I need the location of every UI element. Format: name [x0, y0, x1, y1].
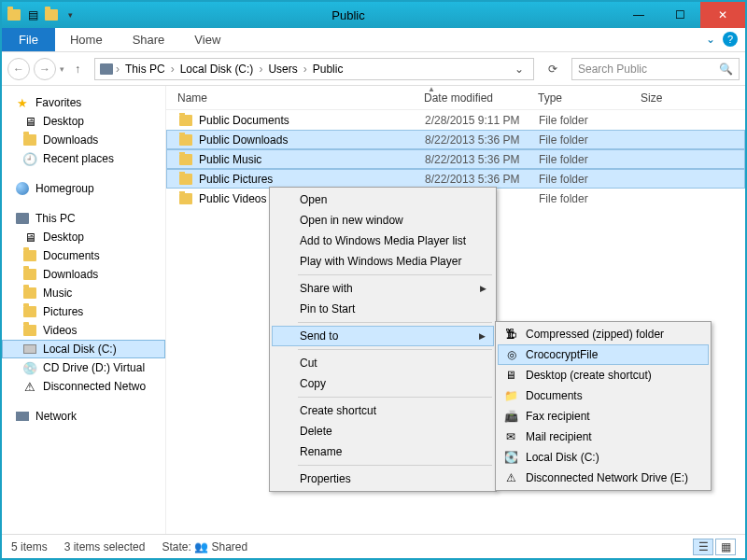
- sidebar-favorites[interactable]: ★Favorites: [2, 93, 165, 112]
- chevron-right-icon[interactable]: ›: [114, 63, 121, 76]
- sidebar-item-downloads[interactable]: Downloads: [2, 131, 165, 149]
- desktop-icon: 🖥: [22, 114, 37, 129]
- qat-dropdown-icon[interactable]: ▾: [62, 7, 78, 23]
- column-name[interactable]: Name: [166, 91, 413, 105]
- file-type: File folder: [528, 173, 630, 186]
- table-row[interactable]: Public Documents2/28/2015 9:11 PMFile fo…: [166, 110, 745, 130]
- table-row[interactable]: Public Pictures8/22/2013 5:36 PMFile fol…: [166, 169, 745, 189]
- menu-item[interactable]: 📁Documents: [498, 385, 709, 406]
- menu-item[interactable]: Add to Windows Media Player list: [272, 231, 494, 251]
- folder-icon: [178, 191, 193, 206]
- sidebar-item-localdisk-c[interactable]: Local Disk (C:): [2, 340, 165, 358]
- sidebar-item-desktop[interactable]: 🖥Desktop: [2, 228, 165, 246]
- disk-icon: 💽: [503, 450, 518, 465]
- menu-item[interactable]: Share with▶: [272, 278, 494, 299]
- file-name: Public Videos: [199, 192, 267, 205]
- column-size[interactable]: Size: [629, 91, 745, 105]
- table-row[interactable]: Public Music8/22/2013 5:36 PMFile folder: [166, 149, 745, 169]
- menu-item[interactable]: 💽Local Disk (C:): [498, 447, 709, 468]
- tab-view[interactable]: View: [179, 28, 235, 51]
- menu-item[interactable]: 🗜Compressed (zipped) folder: [498, 324, 709, 344]
- qat-newfolder-icon[interactable]: [43, 7, 60, 23]
- sidebar-item-netdrive[interactable]: ⚠Disconnected Netwo: [2, 377, 165, 396]
- breadcrumb-seg[interactable]: This PC: [121, 63, 169, 76]
- sidebar-item-documents[interactable]: Documents: [2, 246, 165, 265]
- sidebar-item-cddrive[interactable]: 💿CD Drive (D:) Virtual: [2, 358, 165, 377]
- menu-item[interactable]: Rename: [272, 441, 494, 462]
- file-date: 2/28/2015 9:11 PM: [414, 114, 528, 127]
- chevron-right-icon[interactable]: ›: [302, 63, 309, 76]
- qat-properties-icon[interactable]: ▤: [24, 7, 41, 23]
- menu-item[interactable]: 📠Fax recipient: [498, 406, 709, 427]
- quick-access-toolbar: ▤ ▾: [2, 7, 78, 23]
- menu-item[interactable]: Copy: [272, 373, 494, 394]
- back-button[interactable]: ←: [7, 58, 30, 80]
- folder-icon: 📁: [503, 388, 518, 403]
- folder-icon: [178, 152, 193, 167]
- sidebar-homegroup[interactable]: Homegroup: [2, 179, 165, 198]
- menu-item[interactable]: Pin to Start: [272, 299, 494, 319]
- breadcrumb[interactable]: › This PC › Local Disk (C:) › Users › Pu…: [94, 58, 534, 80]
- sidebar-item-desktop[interactable]: 🖥Desktop: [2, 112, 165, 131]
- menu-item[interactable]: Open in new window: [272, 210, 494, 231]
- sidebar-item-videos[interactable]: Videos: [2, 321, 165, 340]
- menu-item[interactable]: Delete: [272, 421, 494, 441]
- minimize-button[interactable]: —: [618, 2, 659, 28]
- homegroup-icon: [15, 181, 30, 196]
- menu-item[interactable]: Properties: [272, 469, 494, 489]
- croc-icon: ◎: [504, 347, 519, 362]
- menu-item[interactable]: Send to▶: [272, 326, 494, 346]
- menu-item[interactable]: Play with Windows Media Player: [272, 251, 494, 272]
- search-placeholder: Search Public: [578, 63, 647, 76]
- sidebar-item-pictures[interactable]: Pictures: [2, 302, 165, 321]
- star-icon: ★: [15, 95, 30, 110]
- sidebar-item-downloads[interactable]: Downloads: [2, 265, 165, 284]
- menu-item[interactable]: ⚠Disconnected Network Drive (E:): [498, 468, 709, 488]
- breadcrumb-dropdown-icon[interactable]: ⌄: [509, 63, 529, 76]
- sidebar-item-recent[interactable]: 🕘Recent places: [2, 149, 165, 168]
- breadcrumb-seg[interactable]: Users: [264, 63, 301, 76]
- view-icons-button[interactable]: ▦: [715, 539, 736, 555]
- status-item-count: 5 items: [11, 540, 48, 553]
- menu-item[interactable]: Open: [272, 189, 494, 210]
- chevron-right-icon: ▶: [480, 284, 486, 293]
- up-button[interactable]: ↑: [68, 60, 87, 78]
- history-dropdown-icon[interactable]: ▾: [60, 64, 64, 74]
- help-icon[interactable]: ?: [723, 32, 738, 47]
- chevron-right-icon[interactable]: ›: [169, 63, 176, 76]
- menu-item[interactable]: 🖥Desktop (create shortcut): [498, 365, 709, 385]
- desktop-icon: 🖥: [503, 368, 518, 383]
- cd-icon: 💿: [22, 360, 37, 375]
- table-row[interactable]: Public Downloads8/22/2013 5:36 PMFile fo…: [166, 130, 745, 149]
- forward-button[interactable]: →: [34, 58, 56, 80]
- file-name: Public Pictures: [199, 173, 273, 186]
- refresh-button[interactable]: ⟳: [542, 58, 564, 80]
- file-tab[interactable]: File: [2, 28, 55, 51]
- breadcrumb-seg[interactable]: Public: [309, 63, 347, 76]
- ribbon-expand-icon[interactable]: ⌄: [706, 33, 715, 46]
- sidebar-network[interactable]: Network: [2, 407, 165, 426]
- window-controls: — ☐ ✕: [618, 2, 745, 28]
- sidebar-item-music[interactable]: Music: [2, 284, 165, 302]
- navigation-pane: ★Favorites 🖥Desktop Downloads 🕘Recent pl…: [2, 86, 166, 534]
- menu-item[interactable]: ✉Mail recipient: [498, 427, 709, 447]
- close-button[interactable]: ✕: [700, 2, 745, 28]
- chevron-right-icon[interactable]: ›: [257, 63, 264, 76]
- view-details-button[interactable]: ☰: [693, 539, 713, 555]
- column-type[interactable]: Type: [527, 91, 629, 105]
- menu-item[interactable]: Create shortcut: [272, 400, 494, 421]
- zip-icon: 🗜: [503, 327, 518, 342]
- tab-share[interactable]: Share: [118, 28, 180, 51]
- maximize-button[interactable]: ☐: [659, 2, 700, 28]
- file-type: File folder: [528, 153, 630, 166]
- status-state: State: 👥 Shared: [162, 540, 247, 553]
- tab-home[interactable]: Home: [55, 28, 118, 51]
- file-name: Public Music: [199, 153, 261, 166]
- sidebar-thispc[interactable]: This PC: [2, 209, 165, 228]
- menu-item[interactable]: Cut: [272, 353, 494, 373]
- status-bar: 5 items 3 items selected State: 👥 Shared…: [2, 534, 745, 558]
- breadcrumb-seg[interactable]: Local Disk (C:): [176, 63, 258, 76]
- search-input[interactable]: Search Public 🔍: [571, 58, 740, 80]
- file-type: File folder: [528, 133, 630, 147]
- menu-item[interactable]: ◎CrococryptFile: [498, 344, 709, 365]
